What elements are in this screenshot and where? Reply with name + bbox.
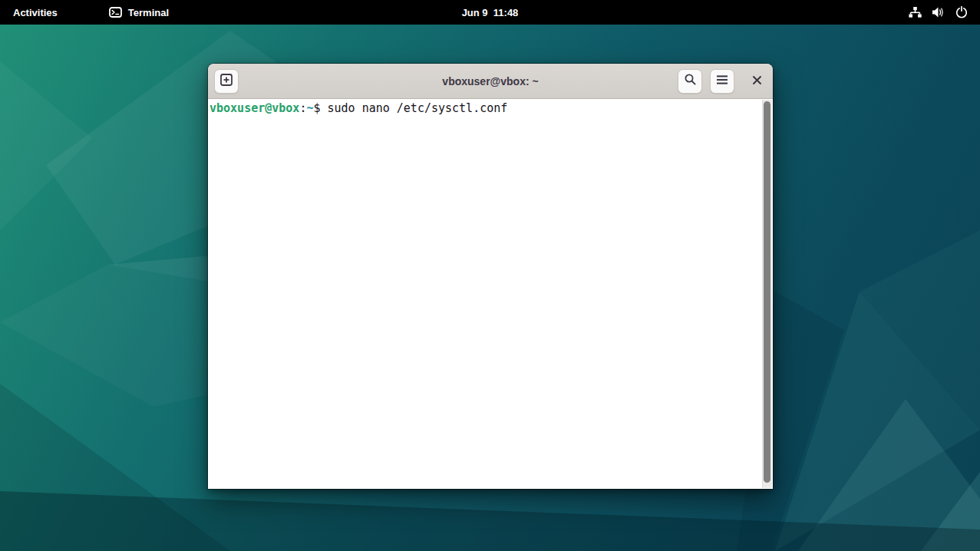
- terminal-screen[interactable]: vboxuser@vbox:~$sudo nano /etc/sysctl.co…: [208, 99, 773, 489]
- terminal-titlebar[interactable]: vboxuser@vbox: ~: [208, 64, 773, 99]
- top-bar: Activities Terminal Jun 9 11:48: [0, 0, 980, 25]
- clock[interactable]: Jun 9 11:48: [453, 0, 528, 25]
- activities-button[interactable]: Activities: [0, 0, 71, 25]
- system-status-area[interactable]: [896, 0, 980, 25]
- close-icon: [752, 74, 762, 88]
- terminal-window: vboxuser@vbox: ~: [208, 64, 773, 489]
- volume-icon: [932, 6, 945, 18]
- window-title: vboxuser@vbox: ~: [442, 75, 538, 87]
- prompt-user-host: vboxuser@vbox: [210, 101, 299, 115]
- hamburger-menu-icon: [716, 74, 728, 88]
- menu-button[interactable]: [710, 69, 734, 94]
- typed-command: sudo nano /etc/sysctl.conf: [321, 101, 508, 115]
- new-tab-button[interactable]: [214, 69, 239, 94]
- search-button[interactable]: [678, 69, 702, 94]
- scrollbar-track[interactable]: [762, 100, 772, 488]
- search-icon: [684, 73, 697, 89]
- app-menu-terminal[interactable]: Terminal: [98, 0, 180, 25]
- close-button[interactable]: [747, 71, 767, 91]
- power-icon: [955, 6, 968, 18]
- prompt-symbol: $: [313, 101, 320, 115]
- network-wired-icon: [909, 6, 922, 18]
- terminal-prompt-line: vboxuser@vbox:~$sudo nano /etc/sysctl.co…: [208, 99, 773, 116]
- terminal-app-icon: [109, 7, 122, 18]
- app-menu-label: Terminal: [128, 7, 169, 18]
- scrollbar-thumb[interactable]: [764, 101, 770, 483]
- new-tab-icon: [219, 73, 233, 90]
